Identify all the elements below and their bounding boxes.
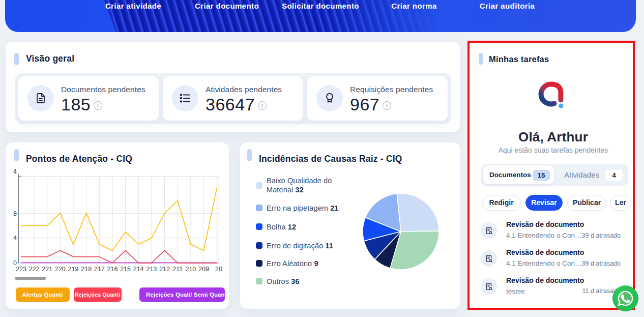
svg-text:209: 209	[198, 266, 209, 273]
svg-text:213: 213	[146, 266, 157, 273]
svg-text:215: 215	[120, 266, 131, 273]
svg-text:212: 212	[159, 266, 170, 273]
svg-text:216: 216	[107, 266, 118, 273]
svg-text:210: 210	[185, 266, 196, 273]
svg-text:214: 214	[133, 266, 144, 273]
svg-text:220: 220	[55, 266, 66, 273]
svg-text:222: 222	[29, 266, 40, 273]
svg-text:217: 217	[94, 266, 105, 273]
svg-text:218: 218	[81, 266, 92, 273]
svg-text:221: 221	[42, 266, 52, 273]
svg-text:20: 20	[215, 266, 222, 273]
svg-text:8: 8	[13, 210, 17, 217]
svg-text:4: 4	[13, 168, 17, 175]
svg-text:223: 223	[16, 266, 26, 273]
svg-text:211: 211	[172, 266, 183, 273]
svg-text:4: 4	[13, 235, 17, 242]
svg-text:219: 219	[68, 266, 79, 273]
